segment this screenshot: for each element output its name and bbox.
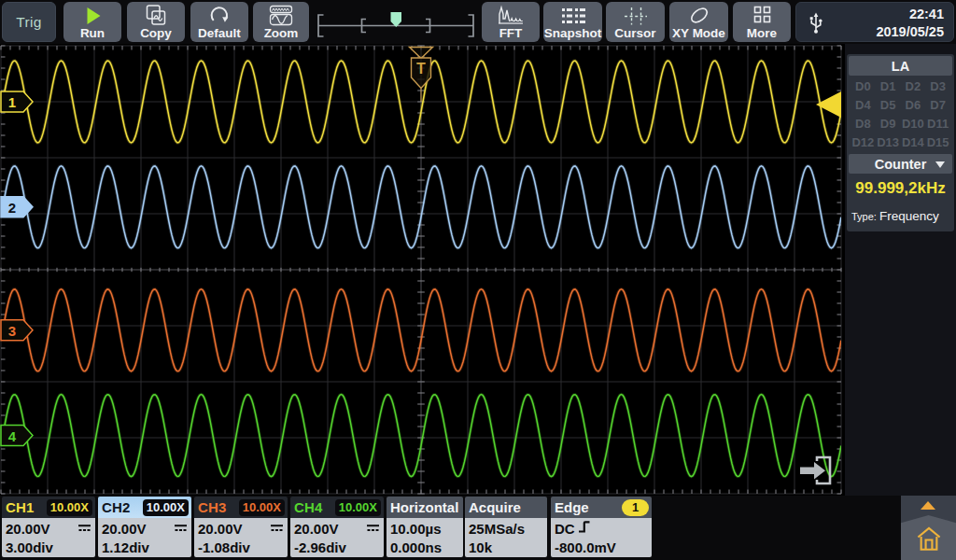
digital-channel-grid: D0D1D2D3D4D5D6D7D8D9D10D11D12D13D14D15 xyxy=(847,76,954,152)
ch2-block[interactable]: CH210.00X20.00V1.12div xyxy=(98,497,191,557)
rising-edge-icon xyxy=(579,520,592,537)
channel-offset: 3.00div xyxy=(6,538,91,556)
snapshot-button[interactable]: Snapshot xyxy=(543,2,602,42)
counter-title: Counter xyxy=(875,157,927,172)
digital-channel-d4[interactable]: D4 xyxy=(851,97,876,114)
cursor-crosshair-icon xyxy=(606,5,665,27)
dc-coupling-icon xyxy=(271,521,284,537)
digital-channel-d13[interactable]: D13 xyxy=(876,134,901,151)
oscilloscope-screen: Trig RunCopyDefaultZoom FFTSnapshotCurso… xyxy=(0,0,956,560)
probe-attenuation: 10.00X xyxy=(335,499,381,516)
fft-button[interactable]: FFT xyxy=(482,2,540,42)
clock-date: 2019/05/25 xyxy=(876,24,944,39)
la-counter-card: LA D0D1D2D3D4D5D6D7D8D9D10D11D12D13D14D1… xyxy=(847,54,954,231)
counter-type-value: Frequency xyxy=(879,209,939,223)
probe-attenuation: 10.00X xyxy=(47,499,92,516)
channel-scale: 20.00V xyxy=(102,519,188,538)
digital-channel-d12[interactable]: D12 xyxy=(851,134,876,151)
button-label: FFT xyxy=(499,26,523,40)
run-button[interactable]: Run xyxy=(63,2,121,42)
digital-channel-d1[interactable]: D1 xyxy=(876,78,901,95)
probe-attenuation: 10.00X xyxy=(143,499,189,516)
acquire-mem-depth: 10k xyxy=(469,538,543,556)
ch4-block[interactable]: CH410.00X20.00V-2.96div xyxy=(290,497,384,557)
horizontal-block[interactable]: Horizontal 10.00µs 0.000ns xyxy=(387,497,463,557)
digital-channel-d15[interactable]: D15 xyxy=(925,134,950,151)
xy-mode-button[interactable]: XY Mode xyxy=(669,2,728,42)
dc-coupling-icon xyxy=(175,521,188,537)
digital-channel-d10[interactable]: D10 xyxy=(901,116,926,133)
counter-type: Type:Frequency xyxy=(851,209,954,223)
button-label: More xyxy=(747,26,777,40)
up-chevron-icon[interactable] xyxy=(921,501,935,510)
cursor-button[interactable]: Cursor xyxy=(606,2,665,42)
dc-coupling-icon xyxy=(78,521,91,537)
copy-button[interactable]: Copy xyxy=(127,2,185,42)
trigger-position-indicator[interactable] xyxy=(314,2,478,42)
digital-channel-d2[interactable]: D2 xyxy=(901,78,926,95)
home-button[interactable] xyxy=(901,515,956,560)
channel-name: CH4 xyxy=(294,499,323,515)
acquire-title: Acquire xyxy=(469,499,521,515)
digital-channel-d6[interactable]: D6 xyxy=(901,97,926,114)
button-label: Snapshot xyxy=(544,26,602,40)
horizontal-scale: 10.00µs xyxy=(390,519,459,538)
copy-icon xyxy=(127,5,185,27)
trigger-level: -800.0mV xyxy=(555,538,648,556)
probe-attenuation: 10.00X xyxy=(239,499,285,516)
acquire-sample-rate: 25MSa/s xyxy=(469,519,543,538)
acquire-block[interactable]: Acquire 25MSa/s 10k xyxy=(465,497,547,557)
trigger-flag-label: T xyxy=(416,61,426,77)
channel-name: CH2 xyxy=(102,499,131,515)
trigger-edge-block[interactable]: Edge 1 DC -800.0mV xyxy=(551,497,652,557)
spectrum-icon xyxy=(482,5,540,27)
clock-panel[interactable]: 22:41 2019/05/25 xyxy=(795,2,954,42)
digital-channel-d11[interactable]: D11 xyxy=(925,116,950,133)
chevron-down-icon xyxy=(935,161,945,168)
channel-tag-label: 4 xyxy=(8,428,17,444)
clock-time: 22:41 xyxy=(909,7,944,21)
waveform-display: T1234 xyxy=(0,44,845,496)
ellipse-icon xyxy=(669,5,728,27)
trig-button[interactable]: Trig xyxy=(2,2,56,42)
ch1-block[interactable]: CH110.00X20.00V3.00div xyxy=(2,497,95,557)
button-label: XY Mode xyxy=(672,26,725,40)
ch3-block[interactable]: CH310.00X20.00V-1.08div xyxy=(194,497,288,557)
digital-channel-d5[interactable]: D5 xyxy=(876,97,901,114)
channel-scale: 20.00V xyxy=(6,519,91,538)
horizontal-title: Horizontal xyxy=(390,499,458,515)
digital-channel-d8[interactable]: D8 xyxy=(851,116,876,133)
la-title: LA xyxy=(892,59,909,74)
button-label: Cursor xyxy=(614,26,655,40)
digital-channel-d7[interactable]: D7 xyxy=(925,97,950,114)
trigger-position-flag[interactable]: T xyxy=(410,48,433,103)
trigger-source-badge: 1 xyxy=(622,499,649,516)
counter-header[interactable]: Counter xyxy=(849,154,952,174)
zoom-button[interactable]: Zoom xyxy=(253,2,309,42)
channel-name: CH3 xyxy=(198,499,227,515)
dc-coupling-icon xyxy=(367,521,380,537)
digital-channel-d14[interactable]: D14 xyxy=(901,134,926,151)
channel-tag-label: 2 xyxy=(8,200,16,216)
digital-channel-d3[interactable]: D3 xyxy=(925,78,950,95)
more-button[interactable]: More xyxy=(733,2,791,42)
button-label: Copy xyxy=(140,26,172,40)
usb-icon xyxy=(805,11,827,39)
channel-name: CH1 xyxy=(6,499,35,515)
channel-offset: -2.96div xyxy=(294,538,380,556)
trigger-coupling: DC xyxy=(555,519,648,538)
default-button[interactable]: Default xyxy=(190,2,248,42)
channel-offset: -1.08div xyxy=(198,538,284,556)
home-panel xyxy=(901,496,956,560)
channel-offset: 1.12div xyxy=(102,538,188,556)
play-icon xyxy=(63,5,121,27)
button-label: Run xyxy=(80,26,105,40)
counter-type-label: Type: xyxy=(851,211,877,222)
scope-graticule-and-waveforms: T1234 xyxy=(0,44,845,496)
digital-channel-d0[interactable]: D0 xyxy=(851,78,876,95)
trigger-position-marker[interactable] xyxy=(391,12,402,27)
la-panel-header[interactable]: LA xyxy=(849,56,952,76)
horizontal-delay: 0.000ns xyxy=(390,538,459,556)
digital-channel-d9[interactable]: D9 xyxy=(876,116,901,133)
button-label: Default xyxy=(198,26,241,40)
